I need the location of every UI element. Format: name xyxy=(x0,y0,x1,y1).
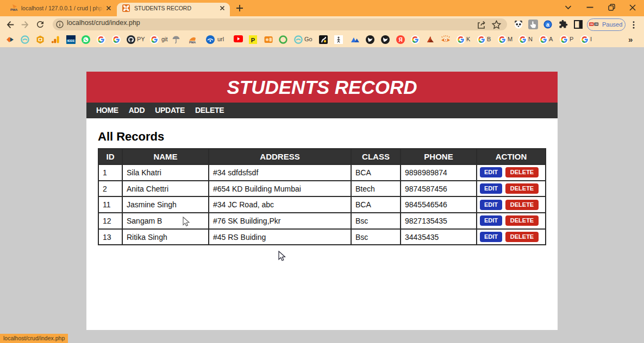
svg-text:P: P xyxy=(251,36,255,43)
svg-text:PMA: PMA xyxy=(10,8,18,11)
svg-text:Я: Я xyxy=(398,37,402,43)
svg-text:PMA: PMA xyxy=(189,41,196,44)
svg-text:a: a xyxy=(546,21,549,28)
svg-text:IEEE: IEEE xyxy=(67,39,75,42)
svg-text:ON: ON xyxy=(590,23,593,26)
svg-text:OK: OK xyxy=(595,23,598,26)
